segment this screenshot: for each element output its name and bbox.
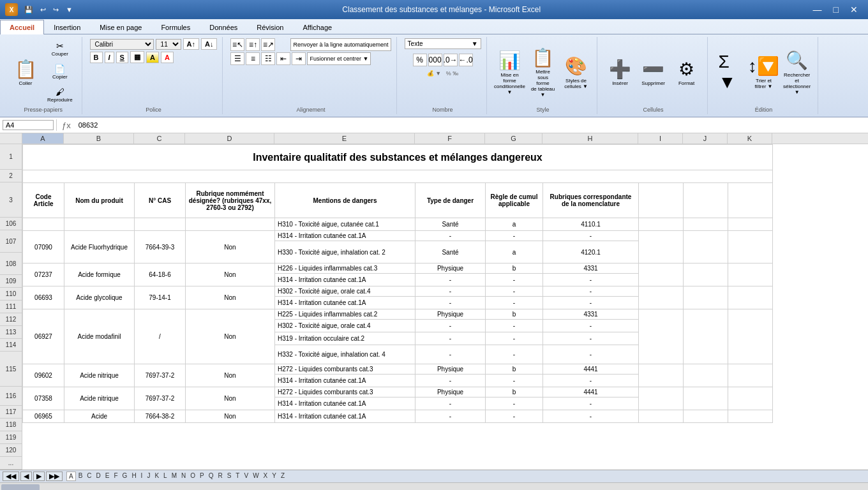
accounting-btn[interactable]: 💰 ▼ % ‰: [427, 70, 458, 77]
row-num-120[interactable]: 120: [0, 444, 22, 457]
cell-112-cumul[interactable]: -: [486, 297, 543, 309]
letter-v[interactable]: V: [242, 471, 250, 481]
header-nom[interactable]: Nom du produit: [64, 183, 135, 218]
letter-x[interactable]: X: [262, 471, 270, 481]
sheet-nav-prev[interactable]: ◀: [20, 471, 32, 481]
row-num-2[interactable]: 2: [0, 170, 22, 182]
cell-last-cas[interactable]: 7664-38-2: [135, 410, 186, 423]
wrap-text-button[interactable]: Renvoyer à la ligne automatiquement: [290, 38, 391, 51]
cell-113-cumul[interactable]: b: [486, 309, 543, 320]
maximize-button[interactable]: □: [828, 3, 844, 16]
trier-button[interactable]: ↕🔽 Trier etfiltrer ▼: [749, 52, 779, 93]
tab-formules[interactable]: Formules: [151, 20, 200, 34]
horizontal-scrollbar[interactable]: [0, 482, 868, 490]
col-header-a[interactable]: A: [22, 133, 64, 144]
cell-119-nom[interactable]: Acide nitrique: [64, 387, 135, 410]
tableau-button[interactable]: 📋 Mettre sous formede tableau ▼: [528, 43, 558, 101]
col-header-j[interactable]: J: [683, 133, 728, 144]
letter-d[interactable]: D: [94, 471, 103, 481]
cell-119-cumul[interactable]: b: [486, 387, 543, 397]
comma-btn[interactable]: 000: [428, 54, 442, 66]
cell-117-code[interactable]: 09602: [23, 364, 64, 387]
indent-decrease-button[interactable]: ⇤: [276, 52, 290, 65]
cell-111-nom[interactable]: Acide glycolique: [64, 286, 135, 309]
cell-107-code[interactable]: 07090: [23, 231, 64, 264]
row-num-106[interactable]: 106: [0, 218, 22, 230]
cell-109-code[interactable]: 07237: [23, 264, 64, 286]
cell-117-type[interactable]: Physique: [415, 364, 486, 375]
grow-font-button[interactable]: A↑: [183, 38, 199, 50]
font-color-button[interactable]: A: [161, 52, 174, 63]
cell-111-code[interactable]: 06693: [23, 286, 64, 309]
col-header-e[interactable]: E: [274, 133, 415, 144]
percent-btn[interactable]: %: [413, 54, 427, 66]
align-top-right-button[interactable]: ≡↗: [261, 38, 275, 51]
tab-insertion[interactable]: Insertion: [44, 20, 90, 34]
border-button[interactable]: ▦: [130, 51, 144, 63]
cell-107-nom[interactable]: Acide Fluorhydrique: [64, 231, 135, 264]
cell-113-mentions[interactable]: H225 - Liquides inflammables cat.2: [275, 309, 415, 320]
letter-y[interactable]: Y: [270, 471, 278, 481]
cell-109-cas[interactable]: 64-18-6: [135, 264, 186, 286]
tab-accueil[interactable]: Accueil: [0, 20, 44, 34]
cell-115-type[interactable]: -: [415, 332, 486, 345]
sheet-nav-right[interactable]: ▶▶: [46, 471, 63, 481]
letter-j[interactable]: J: [145, 471, 152, 481]
inserer-button[interactable]: ➕ Insérer: [605, 54, 636, 89]
letter-i[interactable]: I: [139, 471, 145, 481]
letter-b[interactable]: B: [77, 471, 85, 481]
cell-108-cumul[interactable]: a: [486, 241, 543, 264]
letter-z[interactable]: Z: [279, 471, 287, 481]
row-num-115[interactable]: 115: [0, 352, 22, 387]
letter-h[interactable]: H: [130, 471, 138, 481]
row-num-118[interactable]: 118: [0, 419, 22, 431]
tab-donnees[interactable]: Données: [200, 20, 247, 34]
header-cas[interactable]: N° CAS: [135, 183, 186, 218]
tab-revision[interactable]: Révision: [247, 20, 293, 34]
sheet-nav-next[interactable]: ▶: [33, 471, 45, 481]
cell-113-type[interactable]: Physique: [415, 309, 486, 320]
cell-106-rubriques[interactable]: 4110.1: [543, 218, 639, 231]
shrink-font-button[interactable]: A↓: [201, 38, 217, 50]
cell-last-rub[interactable]: Non: [186, 410, 275, 423]
cell-106-rub[interactable]: [186, 218, 275, 231]
cell-114-mentions[interactable]: H302 - Toxicité aigue, orale cat.4: [275, 320, 415, 332]
cell-113-cas[interactable]: /: [135, 309, 186, 364]
save-quick-btn[interactable]: 💾: [22, 4, 36, 15]
more-quick-btn[interactable]: ▼: [63, 4, 75, 15]
letter-q[interactable]: Q: [207, 471, 216, 481]
align-top-left-button[interactable]: ≡↖: [230, 38, 244, 51]
row-num-1[interactable]: 1: [0, 144, 22, 170]
row-num-107[interactable]: 107: [0, 230, 22, 253]
cell-120-rubriques[interactable]: -: [543, 397, 639, 410]
tab-affichage[interactable]: Affichage: [293, 20, 341, 34]
letter-k[interactable]: K: [153, 471, 161, 481]
cell-last-rubriques[interactable]: -: [543, 410, 639, 423]
cell-106-type[interactable]: Santé: [415, 218, 486, 231]
cell-last-code[interactable]: 06965: [23, 410, 64, 423]
italic-button[interactable]: I: [105, 52, 114, 63]
letter-f[interactable]: F: [112, 471, 119, 481]
cell-109-mentions[interactable]: H226 - Liquides inflammables cat.3: [275, 264, 415, 274]
cell-108-rubriques[interactable]: 4120.1: [543, 241, 639, 264]
mise-en-forme-button[interactable]: 📊 Mise en formeconditionnelle ▼: [495, 46, 525, 98]
align-center-button[interactable]: ≡: [246, 52, 260, 65]
underline-button[interactable]: S: [116, 52, 128, 63]
cell-118-cumul[interactable]: -: [486, 375, 543, 387]
header-rubriques[interactable]: Rubriques correspondante de la nomenclat…: [543, 183, 639, 218]
formula-input[interactable]: 08632: [76, 121, 865, 130]
cell-108-mentions[interactable]: H330 - Toxicité aigue, inhalation cat. 2: [275, 241, 415, 264]
col-header-k[interactable]: K: [728, 133, 772, 144]
sigma-button[interactable]: Σ ▼: [715, 57, 746, 87]
bold-button[interactable]: B: [90, 52, 103, 63]
cell-111-rubriques[interactable]: -: [543, 286, 639, 297]
cell-110-mentions[interactable]: H314 - Irritation cutanée cat.1A: [275, 274, 415, 286]
cell-110-type[interactable]: -: [415, 274, 486, 286]
cell-119-code[interactable]: 07358: [23, 387, 64, 410]
letter-g[interactable]: G: [121, 471, 130, 481]
cell-106-cumul[interactable]: a: [486, 218, 543, 231]
cell-119-type[interactable]: Physique: [415, 387, 486, 397]
cell-113-rub[interactable]: Non: [186, 309, 275, 364]
copier-button[interactable]: 📄Copier: [43, 61, 77, 82]
letter-s[interactable]: S: [225, 471, 234, 481]
